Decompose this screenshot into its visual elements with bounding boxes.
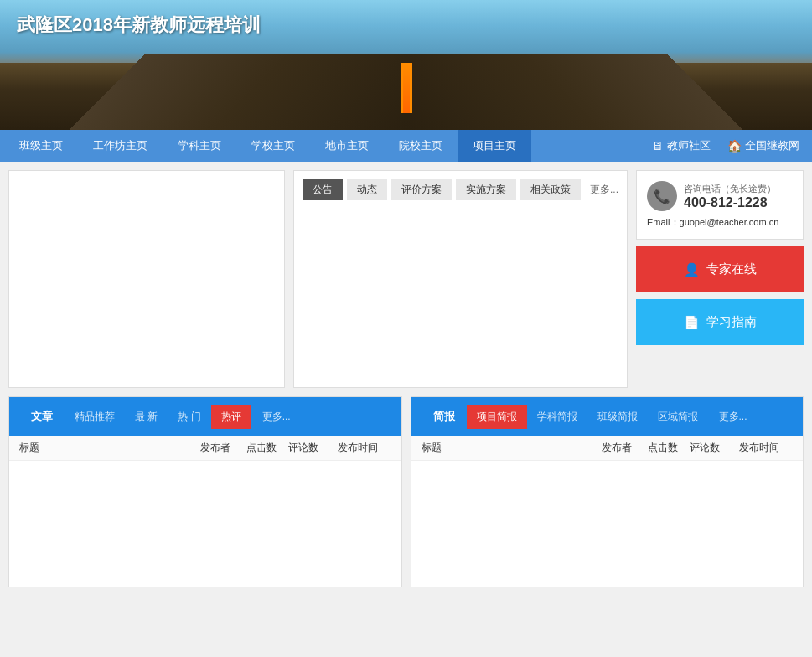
center-tab-bar: 公告 动态 评价方案 实施方案 相关政策 更多... — [303, 179, 618, 200]
tab-dynamic[interactable]: 动态 — [347, 179, 387, 200]
center-content-area — [303, 209, 618, 376]
article-list-area — [9, 461, 401, 587]
contact-info: 咨询电话（免长途费） 400-812-1228 — [684, 183, 793, 210]
center-more-link[interactable]: 更多... — [590, 183, 618, 197]
tab-policy[interactable]: 相关政策 — [520, 179, 581, 200]
nav-item-workshop[interactable]: 工作坊主页 — [78, 130, 163, 162]
article-col-date: 发布时间 — [324, 441, 391, 455]
contact-label: 咨询电话（免长途费） — [684, 183, 793, 195]
brief-tab-class[interactable]: 班级简报 — [587, 405, 648, 429]
nav-item-institute[interactable]: 院校主页 — [384, 130, 458, 162]
article-tab-hot-comment[interactable]: 热评 — [211, 405, 251, 429]
phone-icon: 📞 — [647, 181, 677, 211]
center-area: 公告 动态 评价方案 实施方案 相关政策 更多... — [293, 170, 628, 388]
article-col-hits: 点击数 — [240, 441, 282, 455]
nav-separator — [639, 137, 639, 154]
article-panel-title: 文章 — [19, 404, 65, 429]
brief-panel: 简报 项目简报 学科简报 班级简报 区域简报 更多... 标题 发布者 点击数 … — [411, 396, 804, 587]
guide-icon: 📄 — [684, 315, 700, 330]
main-content: 公告 动态 评价方案 实施方案 相关政策 更多... 📞 咨询电话（免长途费） … — [0, 162, 812, 596]
nav-item-class[interactable]: 班级主页 — [4, 130, 78, 162]
page-title: 武隆区2018年新教师远程培训 — [17, 13, 261, 38]
brief-tab-subject[interactable]: 学科简报 — [527, 405, 587, 429]
article-col-comments: 评论数 — [282, 441, 324, 455]
nav-item-subject[interactable]: 学科主页 — [163, 130, 236, 162]
brief-list-area — [411, 461, 804, 587]
nav-teacher-community[interactable]: 🖥 教师社区 — [644, 130, 719, 162]
brief-tab-region[interactable]: 区域简报 — [648, 405, 708, 429]
brief-col-hits: 点击数 — [642, 441, 684, 455]
article-more-link[interactable]: 更多... — [256, 405, 297, 429]
tab-evaluation[interactable]: 评价方案 — [391, 179, 452, 200]
brief-col-date: 发布时间 — [726, 441, 793, 455]
study-guide-button[interactable]: 📄 学习指南 — [636, 299, 804, 345]
image-area — [8, 170, 285, 388]
right-sidebar: 📞 咨询电话（免长途费） 400-812-1228 Email：guopei@t… — [636, 170, 804, 388]
contact-box: 📞 咨询电话（免长途费） 400-812-1228 Email：guopei@t… — [636, 170, 804, 240]
tab-notice[interactable]: 公告 — [303, 179, 343, 200]
nav-item-school[interactable]: 学校主页 — [236, 130, 310, 162]
tab-implementation[interactable]: 实施方案 — [456, 179, 516, 200]
contact-header: 📞 咨询电话（免长途费） 400-812-1228 — [647, 181, 793, 211]
article-tab-hot[interactable]: 热 门 — [168, 405, 210, 429]
brief-col-comments: 评论数 — [684, 441, 726, 455]
article-tab-newest[interactable]: 最 新 — [125, 405, 168, 429]
bottom-section: 文章 精品推荐 最 新 热 门 热评 更多... 标题 发布者 点击数 评论数 … — [8, 396, 804, 587]
top-section: 公告 动态 评价方案 实施方案 相关政策 更多... 📞 咨询电话（免长途费） … — [8, 170, 804, 388]
article-panel-tabs: 精品推荐 最 新 热 门 热评 — [65, 405, 251, 429]
article-table-header: 标题 发布者 点击数 评论数 发布时间 — [9, 436, 401, 461]
contact-email: Email：guopei@teacher.com.cn — [647, 216, 793, 229]
brief-panel-title: 简报 — [422, 404, 467, 429]
nav-item-city[interactable]: 地市主页 — [310, 130, 384, 162]
article-col-author: 发布者 — [190, 441, 240, 455]
brief-table-header: 标题 发布者 点击数 评论数 发布时间 — [411, 436, 804, 461]
brief-col-author: 发布者 — [592, 441, 642, 455]
article-col-title: 标题 — [19, 441, 190, 455]
nav-bar: 班级主页 工作坊主页 学科主页 学校主页 地市主页 院校主页 项目主页 🖥 教师… — [0, 130, 812, 162]
monitor-icon: 🖥 — [652, 139, 664, 153]
article-panel-header: 文章 精品推荐 最 新 热 门 热评 更多... — [9, 397, 401, 436]
expert-icon: 👤 — [684, 262, 700, 277]
article-panel: 文章 精品推荐 最 新 热 门 热评 更多... 标题 发布者 点击数 评论数 … — [8, 396, 402, 587]
brief-more-link[interactable]: 更多... — [712, 405, 754, 429]
brief-col-title: 标题 — [422, 441, 592, 455]
nav-item-project[interactable]: 项目主页 — [458, 130, 531, 162]
contact-phone: 400-812-1228 — [684, 195, 793, 210]
expert-online-button[interactable]: 👤 专家在线 — [636, 246, 804, 292]
brief-tab-project[interactable]: 项目简报 — [467, 405, 527, 429]
header-banner: 武隆区2018年新教师远程培训 — [0, 0, 812, 130]
brief-panel-tabs: 项目简报 学科简报 班级简报 区域简报 — [467, 405, 708, 429]
brief-panel-header: 简报 项目简报 学科简报 班级简报 区域简报 更多... — [411, 397, 804, 436]
article-tab-featured[interactable]: 精品推荐 — [65, 405, 125, 429]
home-icon: 🏠 — [727, 139, 742, 153]
nav-national-edu[interactable]: 🏠 全国继教网 — [719, 130, 808, 162]
